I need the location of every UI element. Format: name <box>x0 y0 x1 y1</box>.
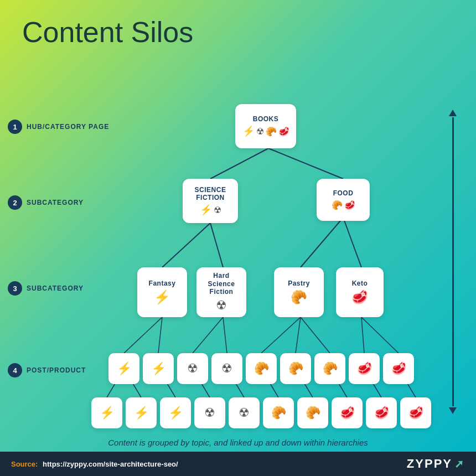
post-node-meat-r2-2: 🥩 <box>366 397 397 428</box>
food-node: FOOD 🥐 🥩 <box>317 179 370 221</box>
radio-icon-p1: ☢ <box>187 361 198 376</box>
post-node-bolt-r2-2: ⚡ <box>126 397 157 428</box>
pastry-node: Pastry 🥐 <box>274 267 324 317</box>
diagram-area: 1 HUB/CATEGORY PAGE 2 SUBCATEGORY 3 SUBC… <box>0 60 476 436</box>
arrow-head-bottom <box>449 407 457 414</box>
footer-source: Source: https://zyppy.com/site-architect… <box>11 460 178 468</box>
sf-icons: ⚡ ☢ <box>200 204 221 216</box>
food-icons: 🥐 🥩 <box>332 200 355 210</box>
arrow-line <box>452 117 454 406</box>
post-node-meat-r2-3: 🥩 <box>400 397 431 428</box>
meat-icon-p2: 🥩 <box>391 361 406 376</box>
radio-icon: ☢ <box>256 126 264 137</box>
hierarchy-arrow <box>446 110 459 414</box>
croissant-icon-p3: 🥐 <box>323 361 338 376</box>
hard-sf-title: HardScienceFiction <box>208 272 235 296</box>
level-3-text: SUBCATEGORY <box>27 284 84 292</box>
source-url: https://zyppy.com/site-architecture-seo/ <box>43 460 178 468</box>
meat-icon-r2-1: 🥩 <box>340 406 355 420</box>
svg-line-10 <box>261 317 301 353</box>
radio-icon-hsf: ☢ <box>216 298 227 313</box>
keto-node: Keto 🥩 <box>336 267 384 317</box>
source-label: Source: <box>11 460 38 468</box>
radio-icon-p2: ☢ <box>221 361 232 376</box>
books-node: BOOKS ⚡ ☢ 🥐 🥩 <box>235 104 296 148</box>
svg-line-13 <box>361 317 364 353</box>
svg-line-7 <box>158 317 162 353</box>
fantasy-node: Fantasy ⚡ <box>137 267 187 317</box>
svg-line-5 <box>343 218 361 267</box>
post-node-croissant-2: 🥐 <box>280 353 311 384</box>
post-node-meat-r2-1: 🥩 <box>332 397 363 428</box>
books-title: BOOKS <box>253 115 279 123</box>
svg-line-1 <box>268 148 343 179</box>
keto-title: Keto <box>352 280 368 287</box>
bolt-icon-r2-3: ⚡ <box>168 406 183 420</box>
bolt-icon-r2-2: ⚡ <box>134 406 149 420</box>
post-node-bolt-r2-3: ⚡ <box>160 397 191 428</box>
radio-icon-r2-2: ☢ <box>239 406 250 420</box>
level-1-badge: 1 <box>8 120 22 134</box>
svg-line-12 <box>301 317 330 353</box>
level-4-badge: 4 <box>8 363 22 377</box>
books-icons: ⚡ ☢ 🥐 🥩 <box>242 125 289 137</box>
level-4-text: POST/PRODUCT <box>27 366 86 374</box>
bolt-icon-r2-1: ⚡ <box>100 406 115 420</box>
footer-logo: ZYPPY ➚ <box>407 457 465 471</box>
post-node-croissant-1: 🥐 <box>246 353 277 384</box>
level-2-badge: 2 <box>8 195 22 210</box>
croissant-icon-r2-1: 🥐 <box>271 406 286 420</box>
post-node-croissant-r2-2: 🥐 <box>297 397 328 428</box>
hard-sf-node: HardScienceFiction ☢ <box>196 267 246 317</box>
meat-icon-p1: 🥩 <box>357 361 372 376</box>
croissant-icon-pastry: 🥐 <box>291 289 307 305</box>
food-title: FOOD <box>333 189 354 197</box>
post-node-meat-2: 🥩 <box>383 353 414 384</box>
post-node-bolt-1: ⚡ <box>108 353 139 384</box>
meat-icon-r2-3: 🥩 <box>408 406 423 420</box>
radio-icon-r2-1: ☢ <box>204 406 215 420</box>
footer-bar: Source: https://zyppy.com/site-architect… <box>0 452 476 476</box>
post-node-croissant-r2-1: 🥐 <box>263 397 294 428</box>
level-2-text: SUBCATEGORY <box>27 199 84 206</box>
page-title: Content Silos <box>0 0 476 54</box>
level-1-label: 1 HUB/CATEGORY PAGE <box>8 120 109 134</box>
croissant-icon-r2-2: 🥐 <box>306 406 320 420</box>
post-node-radio-1: ☢ <box>177 353 208 384</box>
svg-line-2 <box>162 223 210 267</box>
logo-text: ZYPPY <box>407 457 452 471</box>
pastry-title: Pastry <box>288 280 310 287</box>
svg-line-11 <box>296 317 301 353</box>
post-node-radio-r2-2: ☢ <box>229 397 260 428</box>
bolt-icon-p2: ⚡ <box>151 361 166 376</box>
pastry-icons: 🥐 <box>291 289 307 305</box>
post-node-radio-2: ☢ <box>211 353 242 384</box>
fantasy-icons: ⚡ <box>154 289 170 305</box>
svg-line-3 <box>210 223 223 267</box>
croissant-icon-food: 🥐 <box>332 200 343 210</box>
post-node-meat-1: 🥩 <box>349 353 380 384</box>
meat-icon-keto: 🥩 <box>351 289 368 305</box>
post-node-bolt-r2-1: ⚡ <box>91 397 122 428</box>
croissant-icon-p1: 🥐 <box>254 361 269 376</box>
level-3-badge: 3 <box>8 281 22 296</box>
croissant-icon-p2: 🥐 <box>288 361 303 376</box>
radio-icon-sf: ☢ <box>214 205 221 215</box>
meat-icon: 🥩 <box>278 126 289 137</box>
post-node-radio-r2-1: ☢ <box>194 397 225 428</box>
fantasy-title: Fantasy <box>149 280 176 287</box>
svg-line-14 <box>361 317 399 353</box>
science-fiction-node: SCIENCEFICTION ⚡ ☢ <box>183 179 238 223</box>
bottom-caption: Content is grouped by topic, and linked … <box>0 438 476 447</box>
arrow-head-top <box>449 110 457 116</box>
bolt-icon-p1: ⚡ <box>117 361 132 376</box>
svg-line-8 <box>193 317 223 353</box>
keto-icons: 🥩 <box>351 289 368 305</box>
post-node-bolt-2: ⚡ <box>143 353 174 384</box>
hard-sf-icons: ☢ <box>216 298 227 313</box>
sf-title: SCIENCEFICTION <box>195 186 226 202</box>
bolt-icon-sf: ⚡ <box>200 204 212 216</box>
post-node-croissant-3: 🥐 <box>314 353 345 384</box>
svg-line-6 <box>124 317 162 353</box>
meat-icon-food: 🥩 <box>344 200 355 210</box>
